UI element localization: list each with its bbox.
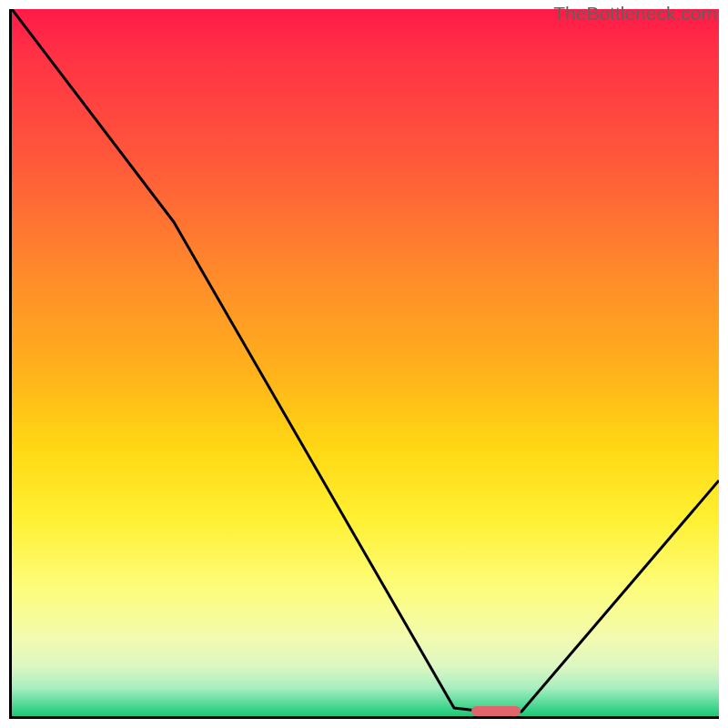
bottleneck-curve <box>12 9 719 716</box>
watermark-text: TheBottleneck.com <box>553 3 717 25</box>
chart-frame <box>9 9 719 719</box>
optimal-range-marker <box>471 706 521 716</box>
curve-path <box>12 9 719 713</box>
